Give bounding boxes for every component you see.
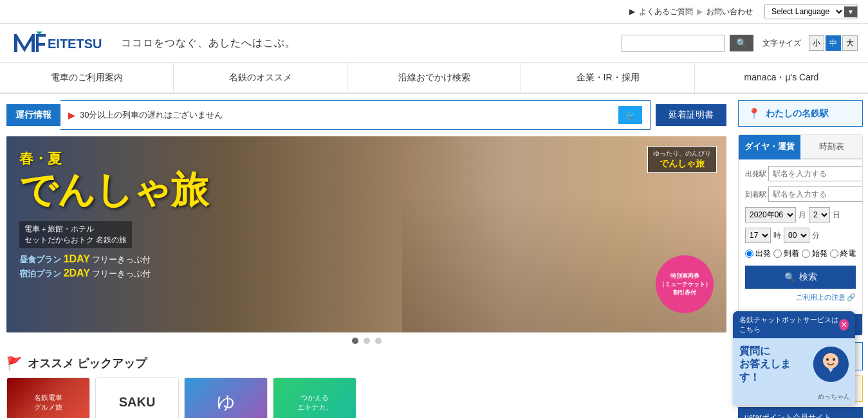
- hero-banner[interactable]: 春・夏 でんしゃ旅 電車＋旅館・ホテル セットだからおトク 名鉄の旅 昼食プラン…: [6, 136, 726, 332]
- hero-season: 春・夏: [19, 149, 208, 168]
- hero-plan1: 昼食プラン 1DAY フリーきっぷ付: [19, 253, 208, 266]
- hero-dots: [0, 338, 733, 344]
- chatbot-header-text: 名鉄チャットボットサービスはこちら: [739, 315, 839, 334]
- alert-message: 30分以上の列車の遅れはございません: [80, 109, 223, 121]
- radio-first-input[interactable]: [802, 250, 810, 258]
- radio-last[interactable]: 終電: [830, 248, 856, 259]
- time-row: 17 時 00 分: [745, 228, 856, 243]
- nav-train-guide[interactable]: 電車のご利用案内: [0, 63, 174, 93]
- alert-content: ▶ 30分以上の列車の遅れはございません 🐦: [60, 100, 651, 130]
- alert-label: 運行情報: [6, 104, 60, 126]
- header-main: EITETSU ココロをつなぐ、あしたへはこぶ。 🔍 文字サイズ 小 中 大: [0, 24, 868, 63]
- faq-link[interactable]: よくあるご質問: [639, 6, 693, 17]
- day-select[interactable]: 2: [809, 207, 830, 223]
- svg-marker-0: [14, 34, 35, 52]
- hero-text: 春・夏 でんしゃ旅 電車＋旅館・ホテル セットだからおトク 名鉄の旅 昼食プラン…: [19, 149, 208, 282]
- timetable-search-button[interactable]: 🔍 検索: [745, 266, 856, 289]
- font-size-buttons: 小 中 大: [809, 35, 858, 51]
- main-left: 運行情報 ▶ 30分以上の列車の遅れはございません 🐦 延着証明書 春・夏 でん…: [0, 94, 733, 418]
- pin-icon: 📍: [748, 107, 761, 120]
- to-station-row: 到着駅: [745, 186, 856, 202]
- svg-point-3: [823, 353, 838, 368]
- pickup-img-tour: ゆ: [185, 378, 267, 418]
- search-icon: 🔍: [784, 272, 795, 282]
- delay-cert-button[interactable]: 延着証明書: [656, 104, 726, 126]
- chatbot-body[interactable]: 質問に お答えします！: [733, 338, 855, 391]
- radio-depart[interactable]: 出発: [745, 248, 771, 259]
- my-station-label: わたしの名鉄駅: [766, 108, 829, 120]
- meitetsu-logo[interactable]: EITETSU: [10, 29, 113, 57]
- font-size-label: 文字サイズ: [762, 38, 801, 49]
- chatbot-text: 質問に お答えします！: [739, 345, 808, 385]
- hero-dot-1[interactable]: [352, 338, 358, 344]
- hero-sub: 電車＋旅館・ホテル セットだからおトク 名鉄の旅: [19, 221, 132, 248]
- logo-area: EITETSU ココロをつなぐ、あしたへはこぶ。: [10, 29, 622, 57]
- language-selector[interactable]: Select Language ▼: [764, 4, 858, 19]
- pickup-img-ekimaka: つかえるエキナカ。: [273, 378, 356, 418]
- pickup-item-saku[interactable]: SAKU: [95, 377, 179, 418]
- year-month-select[interactable]: 2020年06: [745, 207, 796, 223]
- search-button[interactable]: 🔍: [730, 35, 753, 51]
- font-medium-button[interactable]: 中: [826, 35, 841, 51]
- hero-plans: 昼食プラン 1DAY フリーきっぷ付 宿泊プラン 2DAY フリーきっぷ付: [19, 253, 208, 280]
- divider: ▶: [697, 7, 703, 16]
- contact-link[interactable]: お問い合わせ: [706, 6, 753, 17]
- radio-arrive[interactable]: 到着: [773, 248, 799, 259]
- chatbot-close-button[interactable]: ✕: [839, 319, 849, 331]
- hero-dot-2[interactable]: [364, 338, 370, 344]
- radio-row: 出発 到着 始発 終電: [745, 248, 856, 259]
- timetable-widget: ダイヤ・運賃 時刻表 出発駅 到着駅 2020年06 月: [738, 134, 863, 336]
- chatbot-popup: 名鉄チャットボットサービスはこちら ✕ 質問に お答えします！ めっちゃん: [733, 311, 855, 405]
- pickup-title: 🚩 オススメ ピックアップ: [6, 356, 726, 371]
- pickup-section: 🚩 オススメ ピックアップ 名鉄電車グルメ旅 SAKU ゆ つかえるエキナカ。: [0, 349, 733, 418]
- tagline: ココロをつなぐ、あしたへはこぶ。: [121, 37, 296, 50]
- pickup-item-ekimaka[interactable]: つかえるエキナカ。: [273, 377, 356, 418]
- svg-text:EITETSU: EITETSU: [48, 37, 102, 51]
- pickup-item-food[interactable]: 名鉄電車グルメ旅: [6, 377, 90, 418]
- hero-title: でんしゃ旅: [19, 171, 208, 208]
- timetable-body: 出発駅 到着駅 2020年06 月 2 日: [739, 159, 862, 309]
- main-nav: 電車のご利用案内 名鉄のオススメ 沿線おでかけ検索 企業・IR・採用 manac…: [0, 63, 868, 94]
- nav-recommend[interactable]: 名鉄のオススメ: [174, 63, 347, 93]
- radio-first[interactable]: 始発: [802, 248, 827, 259]
- from-label: 出発駅: [745, 169, 764, 179]
- tab-schedule[interactable]: ダイヤ・運賃: [739, 135, 800, 159]
- radio-depart-input[interactable]: [745, 250, 753, 258]
- radio-last-input[interactable]: [830, 250, 838, 258]
- hero-plan2: 宿泊プラン 2DAY フリーきっぷ付: [19, 268, 208, 280]
- language-select-input[interactable]: Select Language: [765, 5, 844, 19]
- day-unit: 日: [833, 210, 840, 221]
- pickup-flag-icon: 🚩: [6, 356, 23, 371]
- month-unit: 月: [799, 210, 806, 221]
- pickup-item-tour[interactable]: ゆ: [184, 377, 268, 418]
- pickup-img-saku: SAKU: [96, 378, 178, 418]
- from-station-input[interactable]: [768, 166, 863, 181]
- search-input[interactable]: [622, 35, 725, 52]
- hero-stamp-inner: ゆったり、のんびり でんしゃ旅: [647, 146, 717, 173]
- hero-badge: 特別車両券 （ミューチケット） 割引券付: [656, 255, 714, 313]
- ustar-point-button[interactable]: μstarポイント会員サイト: [738, 407, 863, 418]
- hero-dot-3[interactable]: [375, 338, 382, 344]
- my-station-button[interactable]: 📍 わたしの名鉄駅: [738, 100, 863, 127]
- nav-outing[interactable]: 沿線おでかけ検索: [347, 63, 521, 93]
- hour-unit: 時: [773, 230, 781, 241]
- from-station-row: 出発駅: [745, 166, 856, 181]
- to-station-input[interactable]: [768, 186, 863, 202]
- usage-note[interactable]: ご利用上の注意 🔗: [745, 293, 856, 302]
- minute-select[interactable]: 00: [784, 228, 809, 243]
- arrow-icon: ▶: [629, 7, 635, 16]
- nav-ir[interactable]: 企業・IR・採用: [521, 63, 695, 93]
- hero-stamp: ゆったり、のんびり でんしゃ旅: [647, 146, 717, 173]
- hour-select[interactable]: 17: [745, 228, 771, 243]
- radio-arrive-input[interactable]: [773, 250, 782, 258]
- svg-point-5: [833, 358, 835, 361]
- nav-manaca[interactable]: manaca・μ's Card: [695, 63, 868, 93]
- twitter-button[interactable]: 🐦: [618, 106, 642, 124]
- chatbot-mascot: [813, 347, 849, 382]
- font-large-button[interactable]: 大: [842, 35, 858, 51]
- font-small-button[interactable]: 小: [809, 35, 824, 51]
- pickup-img-food: 名鉄電車グルメ旅: [7, 378, 89, 418]
- tab-timetable[interactable]: 時刻表: [800, 135, 862, 159]
- timetable-tabs: ダイヤ・運賃 時刻表: [739, 135, 862, 159]
- date-row: 2020年06 月 2 日: [745, 207, 856, 223]
